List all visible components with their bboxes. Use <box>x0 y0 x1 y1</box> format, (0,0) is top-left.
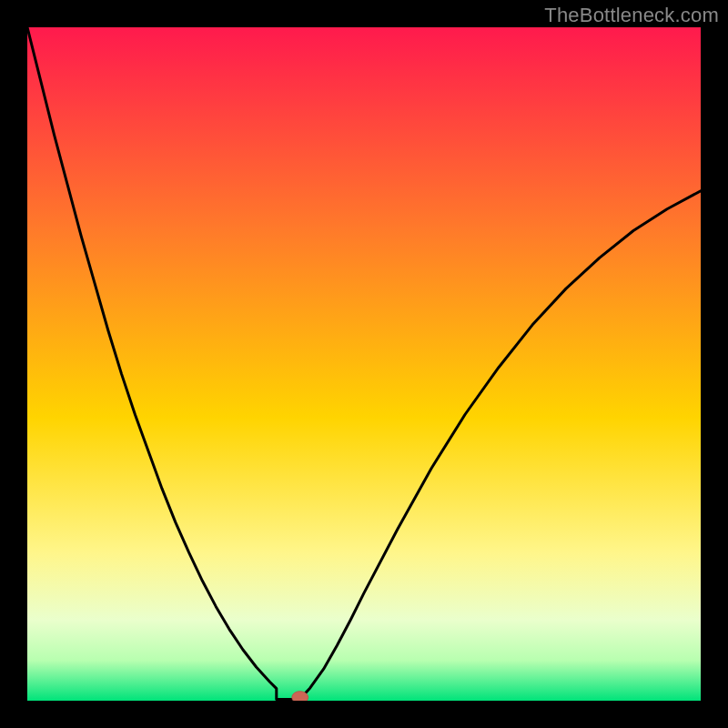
watermark-text: TheBottleneck.com <box>544 4 719 27</box>
plot-area <box>27 27 701 701</box>
chart-frame: TheBottleneck.com <box>0 0 728 728</box>
chart-svg <box>27 27 701 701</box>
svg-rect-0 <box>27 27 701 701</box>
optimal-point-marker <box>292 692 308 701</box>
